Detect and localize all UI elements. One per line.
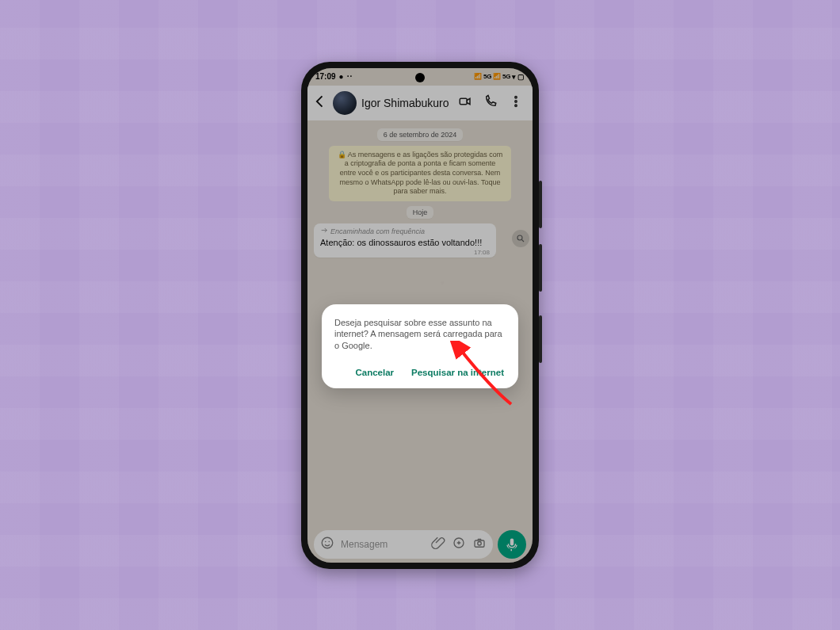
cancel-button[interactable]: Cancelar: [353, 363, 395, 382]
phone-frame: 17:09 ● ·· 📶 5G 📶 5G ▾ ▢ Igor Shimabukur…: [301, 62, 539, 569]
phone-screen: 17:09 ● ·· 📶 5G 📶 5G ▾ ▢ Igor Shimabukur…: [307, 68, 533, 563]
camera-punch-hole: [415, 73, 425, 82]
search-web-dialog: Deseja pesquisar sobre esse assunto na i…: [322, 304, 518, 389]
search-internet-button[interactable]: Pesquisar na internet: [410, 363, 506, 382]
dialog-body-text: Deseja pesquisar sobre esse assunto na i…: [334, 317, 506, 353]
